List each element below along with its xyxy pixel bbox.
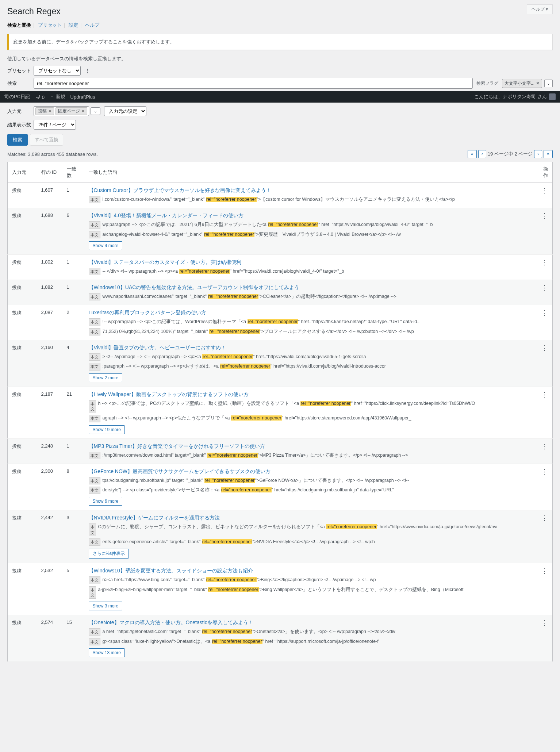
- field-badge: 本文: [89, 353, 100, 361]
- result-title-link[interactable]: Luxeritasの再利用ブロックとパターン登録の使い方: [89, 310, 207, 315]
- flag-dropdown[interactable]: ⌄: [544, 80, 553, 87]
- cell-id: 2,574: [37, 615, 62, 662]
- table-row: 投稿 2,248 1 【MP3 Pizza Timer】好きな音楽でタイマーをか…: [8, 438, 553, 464]
- search-label: 検索: [7, 80, 34, 87]
- cell-match: 【OneNote】マクロの導入方法・使い方。Onetasticを導入してみよう！…: [84, 615, 534, 662]
- result-title-link[interactable]: 【Vivaldi】4.0登場！新機能メール・カレンダー・フィードの使い方: [89, 212, 243, 218]
- row-actions-icon[interactable]: ⋮: [541, 187, 548, 194]
- source-dropdown[interactable]: ⌄: [91, 107, 100, 115]
- source-pill-post[interactable]: 投稿✕: [35, 107, 54, 115]
- show-more-button[interactable]: Show 4 more: [89, 241, 123, 250]
- snippet-text: g><span class="luxe-hilight-yellow">Onet…: [103, 638, 379, 645]
- tab-settings[interactable]: 設定: [69, 22, 78, 28]
- highlight: rel="noreferrer noopener: [300, 401, 351, 406]
- preset-more-icon[interactable]: ⋮: [85, 68, 90, 73]
- preset-select[interactable]: プリセットなし: [34, 66, 81, 76]
- source-pill-page[interactable]: 固定ページ✕: [55, 107, 87, 115]
- cell-match: Luxeritasの再利用ブロックとパターン登録の使い方 本文!-- wp:pa…: [84, 305, 534, 340]
- pager-next[interactable]: ›: [534, 150, 542, 158]
- comment-icon[interactable]: 🗨: [35, 94, 41, 100]
- cell-source: 投稿: [8, 183, 37, 208]
- avatar[interactable]: [549, 93, 556, 100]
- show-more-button[interactable]: Show 19 more: [89, 425, 125, 434]
- pager-first[interactable]: «: [468, 150, 477, 158]
- search-button[interactable]: 検索: [7, 134, 28, 146]
- row-actions-icon[interactable]: ⋮: [541, 284, 548, 291]
- adminbar-new[interactable]: ＋ 新規: [50, 93, 65, 100]
- snippet-text: derstyle"} --> <p class="providerstyle">…: [103, 487, 394, 494]
- result-title-link[interactable]: 【OneNote】マクロの導入方法・使い方。Onetasticを導入してみよう！: [89, 619, 253, 625]
- flag-remove-icon[interactable]: ✕: [536, 81, 540, 86]
- source-pills[interactable]: 投稿✕ 固定ページ✕: [34, 106, 89, 116]
- result-title-link[interactable]: 【Windows10】壁紙を変更する方法。スライドショーの設定方法も紹介: [89, 568, 253, 573]
- cell-id: 2,300: [37, 464, 62, 510]
- field-badge: 本文: [89, 328, 100, 335]
- tab-search[interactable]: 検索と置換: [7, 22, 31, 28]
- table-row: 投稿 2,442 3 【NVIDIA Freestyle】ゲームにフィルターを適…: [8, 510, 553, 563]
- field-badge: 本文: [89, 523, 96, 536]
- table-row: 投稿 1,607 1 【Custom Cursor】ブラウザ上でマウスカーソルを…: [8, 183, 553, 208]
- row-actions-icon[interactable]: ⋮: [541, 443, 548, 450]
- pager-prev[interactable]: ‹: [478, 150, 486, 158]
- matches-count: Matches: 3,098 across 455 database rows.: [7, 151, 98, 157]
- th-match: 一致した語句: [84, 162, 534, 183]
- pill-remove-icon[interactable]: ✕: [48, 109, 51, 114]
- preset-label: プリセット: [7, 68, 34, 74]
- field-badge: 本文: [89, 363, 100, 370]
- help-toggle[interactable]: ヘルプ: [527, 4, 553, 14]
- tab-help[interactable]: ヘルプ: [85, 22, 99, 28]
- flag-chip[interactable]: 大文字小文字...✕: [502, 79, 542, 88]
- field-badge: 本文: [89, 452, 100, 459]
- field-badge: 本文: [89, 318, 100, 326]
- show-more-button[interactable]: さらに%s件表示: [89, 549, 129, 559]
- row-actions-icon[interactable]: ⋮: [541, 212, 548, 219]
- snippet-text: agraph --> <!-- wp:paragraph --> <p>似たよう…: [103, 415, 411, 422]
- row-actions-icon[interactable]: ⋮: [541, 259, 548, 266]
- pill-remove-icon[interactable]: ✕: [81, 109, 85, 114]
- results-table: 入力元 行の ID 一致数 一致した語句 操作 投稿 1,607 1 【Cust…: [7, 162, 553, 662]
- result-title-link[interactable]: 【Vivaldi】ステータスバーのカスタマイズ・使い方。実は結構便利: [89, 259, 242, 265]
- result-title-link[interactable]: 【GeForce NOW】最高画質でサクサクゲームをプレイできるサブスクの使い方: [89, 468, 271, 474]
- th-actions: 操作: [534, 162, 553, 183]
- cell-id: 2,187: [37, 387, 62, 438]
- row-actions-icon[interactable]: ⋮: [541, 391, 548, 398]
- row-actions-icon[interactable]: ⋮: [541, 468, 548, 475]
- row-actions-icon[interactable]: ⋮: [541, 514, 548, 522]
- table-row: 投稿 2,160 4 【Vivaldi】垂直タブの使い方。ヘビーユーザーにおすす…: [8, 340, 553, 387]
- cell-source: 投稿: [8, 438, 37, 464]
- field-badge: 本文: [89, 628, 100, 636]
- result-title-link[interactable]: 【Windows10】UACの警告を無効化する方法。ユーザーアカウント制御をオフ…: [89, 284, 300, 290]
- cell-match: 【Windows10】UACの警告を無効化する方法。ユーザーアカウント制御をオフ…: [84, 280, 534, 305]
- show-more-button[interactable]: Show 2 more: [89, 373, 123, 382]
- result-title-link[interactable]: 【Lively Wallpaper】動画をデスクトップの背景にするソフトの使い方: [89, 391, 249, 397]
- th-count: 一致数: [62, 162, 84, 183]
- row-actions-icon[interactable]: ⋮: [541, 309, 548, 316]
- show-more-button[interactable]: Show 3 more: [89, 602, 123, 610]
- tab-preset[interactable]: プリセット: [38, 22, 62, 28]
- snippet-text: wp:paragraph --> <p>この記事では、2021年6月9日に大型ア…: [103, 221, 433, 228]
- result-title-link[interactable]: 【Vivaldi】垂直タブの使い方。ヘビーユーザーにおすすめ！: [89, 345, 226, 350]
- field-badge: 本文: [89, 221, 100, 229]
- snippet-text: a/changelog-vivaldi-browser-4-0/" target…: [103, 231, 401, 238]
- adminbar-site[interactable]: 司のPC日記: [4, 93, 30, 100]
- row-actions-icon[interactable]: ⋮: [541, 567, 548, 575]
- highlight: rel="noreferrer noopener: [179, 269, 230, 274]
- row-actions-icon[interactable]: ⋮: [541, 619, 548, 626]
- source-settings-select[interactable]: 入力元の設定: [104, 106, 146, 116]
- highlight: rel="noreferrer noopener: [208, 294, 258, 299]
- cell-source: 投稿: [8, 254, 37, 280]
- result-title-link[interactable]: 【NVIDIA Freestyle】ゲームにフィルターを適用する方法: [89, 515, 220, 521]
- adminbar-updraft[interactable]: UpdraftPlus: [70, 94, 95, 100]
- results-per-page-select[interactable]: 25件 / ページ: [34, 120, 76, 130]
- show-more-button[interactable]: Show 13 more: [89, 648, 125, 657]
- result-title-link[interactable]: 【MP3 Pizza Timer】好きな音楽でタイマーをかけれるフリーソフトの使…: [89, 443, 265, 449]
- row-actions-icon[interactable]: ⋮: [541, 344, 548, 352]
- pager-last[interactable]: »: [544, 150, 553, 158]
- search-input[interactable]: [34, 78, 473, 89]
- cell-match: 【Lively Wallpaper】動画をデスクトップの背景にするソフトの使い方…: [84, 387, 534, 438]
- field-badge: 本文: [89, 487, 100, 494]
- cell-match: 【Vivaldi】ステータスバーのカスタマイズ・使い方。実は結構便利 本文-- …: [84, 254, 534, 280]
- cell-source: 投稿: [8, 208, 37, 255]
- result-title-link[interactable]: 【Custom Cursor】ブラウザ上でマウスカーソルを好きな画像に変えてみよ…: [89, 187, 271, 193]
- show-more-button[interactable]: Show 6 more: [89, 497, 123, 506]
